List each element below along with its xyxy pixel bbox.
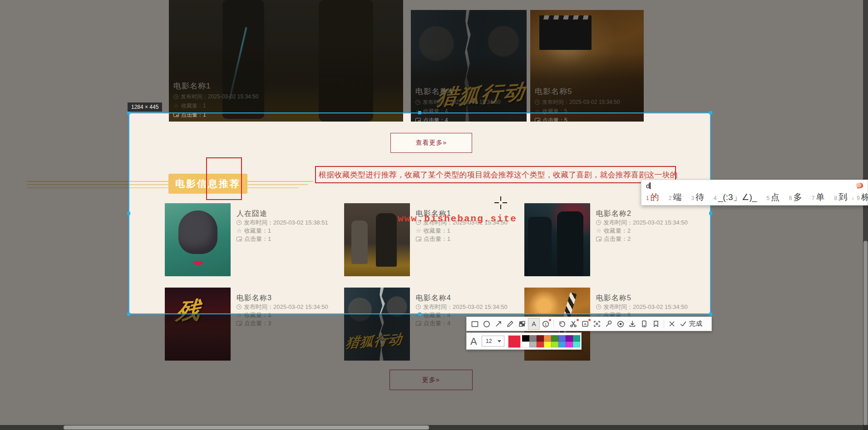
ime-candidate[interactable]: 7单 [812, 191, 825, 203]
palette-swatch[interactable] [544, 335, 551, 342]
current-color-swatch[interactable] [508, 335, 521, 348]
mosaic-tool-icon[interactable] [516, 318, 528, 330]
cancel-icon[interactable] [666, 318, 678, 330]
palette-swatch[interactable] [529, 342, 537, 348]
dim-overlay-top [0, 0, 868, 112]
toolbar-separator [553, 320, 554, 328]
ime-pager[interactable]: ‹› [846, 195, 858, 202]
selection-handle-top-right[interactable] [709, 111, 712, 114]
selection-size-label: 1284 × 445 [128, 103, 162, 112]
badge-dot [588, 319, 591, 321]
ime-candidate[interactable]: 2端 [669, 191, 682, 203]
send-to-device-icon[interactable] [638, 318, 650, 330]
palette-swatch[interactable] [529, 335, 537, 342]
done-label: 完成 [689, 320, 703, 328]
palette-swatch[interactable] [558, 335, 566, 342]
font-indicator-icon: A [470, 336, 477, 347]
selection-handle-bottom-left[interactable] [127, 313, 130, 316]
ime-candidate[interactable]: 3待 [691, 191, 704, 203]
ime-candidate[interactable]: 1的 [646, 191, 659, 203]
vertical-scrollbar-thumb[interactable] [863, 241, 868, 425]
palette-swatch[interactable] [551, 335, 558, 342]
ocr-text-recognize-icon[interactable]: A [579, 318, 591, 330]
selection-handle-bottom-mid[interactable] [418, 313, 421, 316]
number-step-tool-icon[interactable]: 1 [540, 318, 552, 330]
selection-handle-bottom-right[interactable] [709, 313, 712, 316]
palette-swatch[interactable] [544, 342, 551, 348]
selection-handle-top-mid[interactable] [418, 111, 421, 114]
palette-swatch[interactable] [573, 335, 580, 342]
font-size-value: 12 [486, 338, 498, 344]
palette-swatch[interactable] [566, 335, 573, 342]
palette-swatch[interactable] [551, 342, 558, 348]
color-palette [522, 335, 580, 347]
palette-swatch[interactable] [537, 335, 544, 342]
dim-overlay-left [0, 112, 128, 314]
palette-swatch[interactable] [537, 342, 544, 348]
palette-swatch[interactable] [522, 335, 529, 342]
palette-swatch[interactable] [558, 342, 566, 348]
selection-handle-top-left[interactable] [127, 111, 130, 114]
palette-swatch[interactable] [573, 342, 580, 348]
annotation-rectangle[interactable] [206, 157, 242, 200]
region-exclude-icon[interactable] [591, 318, 603, 330]
record-icon[interactable] [615, 318, 626, 330]
font-size-select[interactable]: 12 [482, 336, 504, 347]
palette-swatch[interactable] [566, 342, 573, 348]
save-icon[interactable] [626, 318, 638, 330]
ime-candidate[interactable]: 9栋 [857, 191, 868, 203]
selection-handle-left-mid[interactable] [127, 212, 130, 215]
ime-composition: d [646, 182, 651, 190]
svg-text:A: A [532, 320, 536, 327]
dim-overlay-bottom [0, 314, 868, 430]
bookmark-icon[interactable] [650, 318, 662, 330]
svg-text:1: 1 [544, 322, 547, 327]
ime-candidate-list: 1的 2端 3待 4_(:3」∠)_ 5点 6多 7单 8到 9栋 [646, 191, 868, 203]
arrow-tool-icon[interactable] [493, 318, 504, 330]
annotation-text-box[interactable]: 根据收藏类型进行推荐，收藏了某个类型的项目就会推荐这个类型，收藏了喜剧，就会推荐… [315, 166, 676, 183]
text-style-toolbar: A 12 [466, 332, 582, 350]
chevron-down-icon [498, 340, 501, 342]
trim-scissors-icon[interactable] [567, 318, 579, 330]
pin-to-screen-icon[interactable] [603, 318, 615, 330]
palette-swatch[interactable] [522, 342, 529, 348]
done-button[interactable]: 完成 [678, 318, 704, 330]
selection-handle-right-mid[interactable] [709, 212, 712, 215]
capture-selection-border [128, 112, 711, 314]
pencil-tool-icon[interactable] [504, 318, 516, 330]
toolbar-separator [664, 320, 664, 328]
ime-candidate-window: d 1的 2端 3待 4_(:3」∠)_ 5点 6多 7单 8到 9栋 ‹› [641, 180, 868, 205]
undo-icon[interactable] [556, 318, 567, 330]
badge-dot [577, 319, 579, 321]
ime-candidate[interactable]: 4_(:3」∠)_ [714, 191, 757, 203]
dim-overlay-right [711, 112, 868, 314]
badge-dot [549, 319, 551, 321]
ime-candidate[interactable]: 6多 [789, 191, 802, 203]
ime-candidate[interactable]: 8到 [834, 191, 847, 203]
rectangle-tool-icon[interactable] [469, 318, 481, 330]
snip-toolbar: A 1 A 完成 [466, 317, 712, 331]
text-tool-icon[interactable]: A [528, 318, 540, 330]
ellipse-tool-icon[interactable] [481, 318, 493, 330]
ime-emoji-icon[interactable] [856, 182, 863, 189]
ime-candidate[interactable]: 5点 [766, 191, 779, 203]
annotation-text: 根据收藏类型进行推荐，收藏了某个类型的项目就会推荐这个类型，收藏了喜剧，就会推荐… [319, 170, 678, 180]
horizontal-scrollbar-thumb[interactable] [64, 425, 429, 430]
ime-caret [650, 182, 651, 189]
scrollbar-corner [863, 425, 868, 430]
svg-text:A: A [584, 322, 587, 326]
screenshot-annotation-screen: 电影名称1 发布时间：2025-03-02 15:34:50 收藏量：1 点击量… [0, 0, 868, 430]
